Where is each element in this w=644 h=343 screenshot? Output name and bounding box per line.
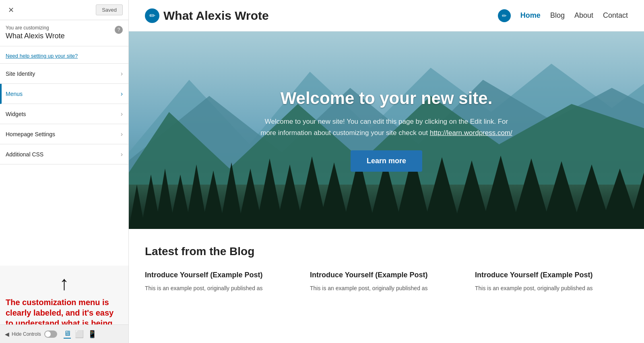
chevron-right-icon: › xyxy=(121,110,123,118)
up-arrow-icon: ↑ xyxy=(60,274,69,293)
sidebar-item-widgets[interactable]: Widgets › xyxy=(0,104,128,124)
hide-controls-toggle[interactable] xyxy=(44,331,57,338)
blog-post-item: Introduce Yourself (Example Post) This i… xyxy=(475,270,628,293)
menu-item-label: Additional CSS xyxy=(6,151,43,158)
menu-item-label: Homepage Settings xyxy=(6,131,55,137)
help-link[interactable]: Need help setting up your site? xyxy=(6,53,78,59)
sidebar-header: ✕ Saved xyxy=(0,0,128,20)
site-logo-icon: ✏ xyxy=(145,8,159,23)
hero-section: Welcome to your new site. Welcome to you… xyxy=(129,31,644,229)
nav-logo-icon: ✏ xyxy=(498,9,511,22)
site-title: What Alexis Wrote xyxy=(163,9,269,23)
tablet-icon[interactable]: ⬜ xyxy=(75,330,84,339)
customizer-sidebar: ✕ Saved You are customizing What Alexis … xyxy=(0,0,129,343)
blog-post-item: Introduce Yourself (Example Post) This i… xyxy=(145,270,298,293)
menu-item-label: Menus xyxy=(6,91,23,97)
mobile-icon[interactable]: 📱 xyxy=(88,330,97,339)
blog-post-title[interactable]: Introduce Yourself (Example Post) xyxy=(145,270,298,280)
chevron-right-icon: › xyxy=(121,70,123,77)
nav-link-about[interactable]: About xyxy=(574,11,593,20)
nav-link-contact[interactable]: Contact xyxy=(603,11,628,20)
site-logo-area: ✏ What Alexis Wrote xyxy=(145,8,269,23)
blog-section-title: Latest from the Blog xyxy=(145,245,628,258)
sidebar-item-menus[interactable]: Menus › xyxy=(0,84,128,104)
sidebar-item-site-identity[interactable]: Site Identity › xyxy=(0,64,128,84)
menu-item-label: Site Identity xyxy=(6,71,35,77)
customizing-site-name: What Alexis Wrote xyxy=(6,32,65,40)
close-button[interactable]: ✕ xyxy=(6,5,16,15)
preview-area: ✏ What Alexis Wrote ✏ Home Blog About Co… xyxy=(129,0,644,343)
hero-title: Welcome to your new site. xyxy=(258,89,515,108)
saved-button[interactable]: Saved xyxy=(96,4,123,15)
chevron-right-icon: › xyxy=(121,131,123,138)
sidebar-footer: ◀ Hide Controls 🖥 ⬜ 📱 xyxy=(0,324,128,343)
hero-content: Welcome to your new site. Welcome to you… xyxy=(250,89,523,171)
hide-controls-arrow-icon: ◀ xyxy=(5,331,9,337)
sidebar-item-homepage-settings[interactable]: Homepage Settings › xyxy=(0,124,128,144)
sidebar-item-additional-css[interactable]: Additional CSS › xyxy=(0,144,128,164)
hero-link[interactable]: http://learn.wordpress.com/ xyxy=(430,129,512,137)
blog-posts: Introduce Yourself (Example Post) This i… xyxy=(145,270,628,293)
blog-post-title[interactable]: Introduce Yourself (Example Post) xyxy=(475,270,628,280)
learn-more-button[interactable]: Learn more xyxy=(351,150,422,172)
blog-post-excerpt: This is an example post, originally publ… xyxy=(475,284,628,293)
chevron-right-icon: › xyxy=(121,151,123,158)
footer-device-icons: 🖥 ⬜ 📱 xyxy=(64,329,97,339)
menu-item-label: Widgets xyxy=(6,111,26,117)
help-link-section: Need help setting up your site? xyxy=(0,46,128,64)
blog-post-title[interactable]: Introduce Yourself (Example Post) xyxy=(310,270,463,280)
blog-post-excerpt: This is an example post, originally publ… xyxy=(310,284,463,293)
site-header: ✏ What Alexis Wrote ✏ Home Blog About Co… xyxy=(129,0,644,31)
help-icon[interactable]: ? xyxy=(115,26,123,34)
hide-controls-label: Hide Controls xyxy=(12,331,41,337)
chevron-right-icon: › xyxy=(121,90,123,98)
blog-post-item: Introduce Yourself (Example Post) This i… xyxy=(310,270,463,293)
hide-controls-button[interactable]: ◀ Hide Controls xyxy=(5,331,41,337)
customizing-label: You are customizing xyxy=(6,25,65,31)
hero-body: Welcome to your new site! You can edit t… xyxy=(258,116,515,138)
nav-link-blog[interactable]: Blog xyxy=(550,11,565,20)
site-nav: ✏ Home Blog About Contact xyxy=(498,9,628,22)
customizing-info: You are customizing What Alexis Wrote ? xyxy=(0,20,128,46)
menu-items: Site Identity › Menus › Widgets › Homepa… xyxy=(0,64,128,266)
blog-section: Latest from the Blog Introduce Yourself … xyxy=(129,229,644,343)
nav-link-home[interactable]: Home xyxy=(520,11,541,20)
blog-post-excerpt: This is an example post, originally publ… xyxy=(145,284,298,293)
desktop-icon[interactable]: 🖥 xyxy=(64,329,71,339)
